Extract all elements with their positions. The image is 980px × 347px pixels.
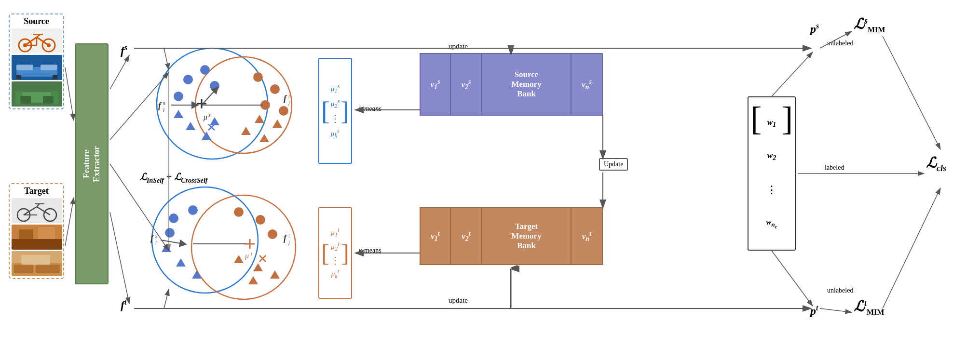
source-sofa-image	[12, 81, 62, 107]
target-bank-cell-n: vnt	[572, 207, 603, 265]
svg-line-108	[65, 67, 74, 120]
svg-rect-21	[20, 96, 31, 104]
svg-text:j: j	[287, 100, 290, 106]
unlabeled-bottom: unlabeled	[827, 287, 853, 294]
source-panel: Source	[9, 13, 64, 109]
update-top-label: update	[449, 42, 468, 51]
svg-marker-82	[176, 258, 186, 267]
source-bank-cell-1: v1s	[420, 53, 451, 116]
w-dots: ⋮	[766, 184, 777, 196]
pt-label: pt	[810, 304, 818, 318]
svg-rect-22	[43, 96, 54, 104]
mu-top-1: μ1s	[331, 83, 340, 95]
svg-text:s: s	[208, 112, 210, 118]
update-bottom-label: update	[449, 296, 468, 305]
svg-line-130	[772, 52, 813, 96]
unlabeled-top: unlabeled	[827, 40, 853, 47]
svg-line-111	[110, 212, 129, 304]
svg-marker-51	[186, 122, 195, 130]
svg-marker-52	[202, 132, 211, 140]
top-cluster-diagram: f s i μ s f t j	[130, 34, 328, 174]
mu-vector-top: [ μ1s μ2s ⋮ μks ]	[318, 58, 352, 164]
svg-text:i: i	[163, 107, 164, 113]
svg-rect-34	[38, 227, 55, 240]
svg-text:f: f	[284, 233, 287, 243]
svg-point-46	[210, 81, 219, 91]
svg-line-126	[820, 308, 852, 312]
target-bank-cell-2: v2t	[451, 207, 482, 265]
mu-bot-k: μkt	[331, 268, 340, 280]
kmeans-top: k-means	[359, 105, 381, 113]
svg-point-76	[169, 214, 178, 223]
feature-extractor-label: FeatureExtractor	[82, 146, 102, 182]
target-label: Target	[12, 186, 61, 196]
target-bank-title: TargetMemoryBank	[482, 207, 572, 265]
svg-marker-54	[210, 117, 219, 125]
svg-text:t: t	[288, 232, 290, 239]
svg-point-47	[253, 72, 263, 82]
svg-rect-13	[16, 65, 33, 70]
svg-line-129	[883, 188, 940, 308]
source-label: Source	[12, 16, 61, 27]
svg-line-109	[65, 198, 74, 246]
source-memory-bank: v1s v2s SourceMemoryBank vns	[420, 53, 603, 116]
svg-point-77	[188, 205, 198, 215]
svg-point-74	[152, 187, 258, 293]
svg-marker-53	[174, 110, 183, 118]
source-images	[12, 28, 61, 107]
w-nc: wnc	[766, 218, 777, 229]
target-room-image	[12, 225, 62, 250]
target-living-image	[12, 251, 62, 276]
source-bank-cell-n: vns	[572, 53, 603, 116]
w-2: w2	[767, 151, 776, 162]
svg-line-128	[883, 36, 940, 149]
svg-rect-39	[36, 265, 60, 273]
svg-text:t: t	[251, 251, 253, 256]
mu-bot-2: μ2t	[331, 240, 339, 253]
svg-rect-38	[14, 265, 33, 273]
svg-text:f: f	[284, 93, 287, 103]
svg-rect-14	[41, 65, 57, 70]
fs-label: fs	[121, 43, 127, 57]
svg-rect-40	[21, 255, 50, 265]
mu-bot-1: μ1t	[331, 227, 339, 239]
target-panel: Target	[9, 183, 64, 279]
svg-marker-88	[248, 276, 258, 284]
svg-marker-56	[272, 120, 282, 128]
source-bank-cell-2: v2s	[451, 53, 482, 116]
loss-cls: ℒcls	[926, 154, 946, 174]
svg-point-48	[270, 84, 280, 94]
svg-text:f: f	[158, 101, 162, 110]
svg-marker-86	[253, 263, 263, 271]
kmeans-bottom: k-means	[359, 247, 381, 254]
diagram-container: Source	[0, 0, 980, 347]
svg-marker-83	[192, 270, 202, 279]
mu-top-k: μks	[331, 127, 340, 139]
svg-marker-57	[241, 127, 251, 135]
labeled-annotation: labeled	[825, 164, 844, 172]
target-bank-cell-1: v1t	[420, 207, 451, 265]
source-bed-image	[12, 55, 62, 80]
update-box: Update	[599, 158, 628, 171]
svg-point-79	[234, 207, 244, 217]
svg-rect-35	[12, 239, 62, 250]
svg-marker-85	[234, 255, 244, 263]
svg-marker-87	[270, 270, 280, 279]
svg-marker-55	[255, 115, 264, 123]
svg-marker-84	[162, 244, 171, 252]
svg-point-43	[183, 75, 193, 84]
svg-point-44	[200, 65, 210, 75]
svg-text:i: i	[155, 240, 157, 245]
svg-rect-15	[16, 75, 21, 79]
source-bike-image	[12, 28, 62, 53]
svg-point-78	[165, 228, 175, 238]
svg-text:f: f	[150, 233, 154, 243]
svg-point-50	[279, 106, 288, 116]
bottom-cluster-diagram: f s i μ t f t j	[130, 177, 328, 317]
loss-mim-t: ℒtMIM	[854, 298, 884, 317]
w-vector: [ w1 w2 ⋮ wnc ]	[748, 96, 796, 251]
loss-formula: ℒInSelf + ℒCrossSelf	[140, 171, 207, 185]
ft-label: ft	[121, 298, 126, 312]
mu-top-2: μ2s	[331, 98, 340, 110]
mu-bot-dots: ⋮	[330, 254, 340, 266]
